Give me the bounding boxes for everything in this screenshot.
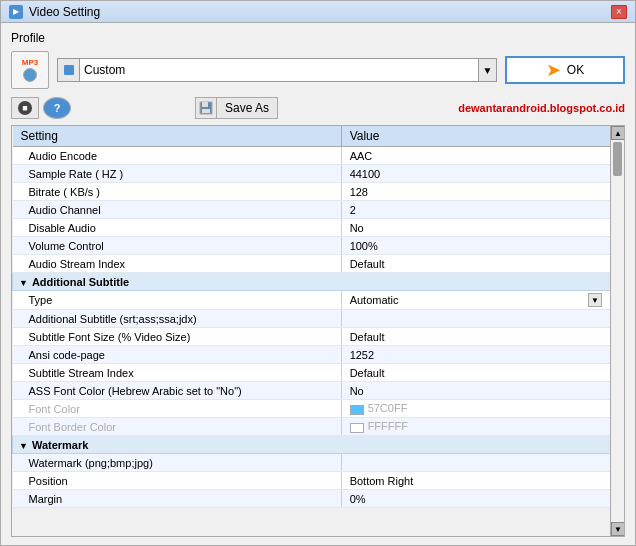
table-row: ▼Watermark	[13, 436, 611, 454]
value-cell: Default	[341, 255, 610, 273]
value-cell: 57C0FF	[341, 400, 610, 418]
table-row: Watermark (png;bmp;jpg)	[13, 454, 611, 472]
value-cell: 0%	[341, 490, 610, 508]
type-dropdown-wrapper: Automatic▼	[350, 293, 602, 307]
ok-arrow-icon: ➤	[546, 59, 561, 81]
profile-select[interactable]: Custom	[79, 58, 479, 82]
mp3-icon: MP3	[11, 51, 49, 89]
section-header-cell: ▼Watermark	[13, 436, 611, 454]
watermark-text: dewantarandroid.blogspot.co.id	[458, 102, 625, 114]
window-icon: ▶	[9, 5, 23, 19]
setting-cell: Audio Stream Index	[13, 255, 342, 273]
color-swatch	[350, 423, 364, 433]
setting-cell: Watermark (png;bmp;jpg)	[13, 454, 342, 472]
ok-button[interactable]: ➤ OK	[505, 56, 625, 84]
setting-cell: Audio Channel	[13, 201, 342, 219]
setting-cell: Audio Encode	[13, 147, 342, 165]
setting-cell: Font Color	[13, 400, 342, 418]
setting-cell: Subtitle Stream Index	[13, 364, 342, 382]
table-row: ASS Font Color (Hebrew Arabic set to "No…	[13, 382, 611, 400]
scrollbar[interactable]: ▲ ▼	[610, 126, 624, 536]
setting-cell: Position	[13, 472, 342, 490]
main-window: ▶ Video Setting × Profile MP3 Custom	[0, 0, 636, 546]
table-row: Subtitle Font Size (% Video Size)Default	[13, 328, 611, 346]
title-bar: ▶ Video Setting ×	[1, 1, 635, 23]
scroll-up-button[interactable]: ▲	[611, 126, 625, 140]
table-row: ▼Additional Subtitle	[13, 273, 611, 291]
setting-cell: Margin	[13, 490, 342, 508]
scroll-thumb[interactable]	[613, 142, 622, 176]
toolbar-left: ■ ? Save As	[11, 97, 278, 119]
save-as-wrapper: Save As	[195, 97, 278, 119]
type-dropdown-arrow-icon[interactable]: ▼	[588, 293, 602, 307]
main-content: Profile MP3 Custom ▼ ➤ OK	[1, 23, 635, 545]
value-cell: Default	[341, 328, 610, 346]
help-button[interactable]: ?	[43, 97, 71, 119]
window-title: Video Setting	[29, 5, 100, 19]
value-cell: FFFFFF	[341, 418, 610, 436]
svg-rect-2	[202, 109, 210, 113]
value-cell: 2	[341, 201, 610, 219]
title-bar-left: ▶ Video Setting	[9, 5, 100, 19]
table-row: Font Color57C0FF	[13, 400, 611, 418]
setting-cell: Sample Rate ( HZ )	[13, 165, 342, 183]
setting-cell: Ansi code-page	[13, 346, 342, 364]
dropdown-arrow-icon[interactable]: ▼	[479, 58, 497, 82]
close-button[interactable]: ×	[611, 5, 627, 19]
scroll-track	[611, 178, 624, 522]
value-cell: Automatic▼	[341, 291, 610, 310]
table-row: Font Border ColorFFFFFF	[13, 418, 611, 436]
value-cell	[341, 454, 610, 472]
collapse-triangle-icon[interactable]: ▼	[19, 441, 28, 451]
profile-row: MP3 Custom ▼ ➤ OK	[11, 51, 625, 89]
setting-cell: Subtitle Font Size (% Video Size)	[13, 328, 342, 346]
save-icon	[195, 97, 217, 119]
table-scroll-area[interactable]: Setting Value Audio EncodeAACSample Rate…	[12, 126, 610, 536]
scroll-down-button[interactable]: ▼	[611, 522, 625, 536]
type-value-text: Automatic	[350, 294, 586, 306]
table-row: Additional Subtitle (srt;ass;ssa;jdx)	[13, 310, 611, 328]
setting-cell: Additional Subtitle (srt;ass;ssa;jdx)	[13, 310, 342, 328]
info-button[interactable]: ■	[11, 97, 39, 119]
disc-icon	[23, 68, 37, 82]
table-row: Bitrate ( KB/s )128	[13, 183, 611, 201]
setting-cell: ASS Font Color (Hebrew Arabic set to "No…	[13, 382, 342, 400]
setting-cell: Bitrate ( KB/s )	[13, 183, 342, 201]
table-row: Volume Control100%	[13, 237, 611, 255]
toolbar-row: ■ ? Save As dewantarandroid.blogspot.co.…	[11, 97, 625, 119]
table-row: Sample Rate ( HZ )44100	[13, 165, 611, 183]
col-header-setting: Setting	[13, 126, 342, 147]
section-header-cell: ▼Additional Subtitle	[13, 273, 611, 291]
table-container: Setting Value Audio EncodeAACSample Rate…	[11, 125, 625, 537]
table-row: Margin0%	[13, 490, 611, 508]
value-cell: 44100	[341, 165, 610, 183]
table-row: Ansi code-page1252	[13, 346, 611, 364]
setting-cell: Type	[13, 291, 342, 310]
table-row: Audio Channel2	[13, 201, 611, 219]
collapse-triangle-icon[interactable]: ▼	[19, 278, 28, 288]
table-row: Audio Stream IndexDefault	[13, 255, 611, 273]
black-icon: ■	[18, 101, 32, 115]
value-cell: Default	[341, 364, 610, 382]
profile-dropdown-wrapper: Custom ▼	[57, 58, 497, 82]
settings-table: Setting Value Audio EncodeAACSample Rate…	[12, 126, 610, 508]
table-row: Subtitle Stream IndexDefault	[13, 364, 611, 382]
col-header-value: Value	[341, 126, 610, 147]
color-swatch	[350, 405, 364, 415]
setting-cell: Volume Control	[13, 237, 342, 255]
value-cell: No	[341, 382, 610, 400]
value-cell: 128	[341, 183, 610, 201]
setting-cell: Font Border Color	[13, 418, 342, 436]
value-cell	[341, 310, 610, 328]
table-row: PositionBottom Right	[13, 472, 611, 490]
setting-cell: Disable Audio	[13, 219, 342, 237]
value-cell: 100%	[341, 237, 610, 255]
save-as-button[interactable]: Save As	[217, 97, 278, 119]
value-cell: No	[341, 219, 610, 237]
value-cell: 1252	[341, 346, 610, 364]
value-cell: Bottom Right	[341, 472, 610, 490]
dropdown-icon	[57, 58, 79, 82]
table-row: TypeAutomatic▼	[13, 291, 611, 310]
mp3-label: MP3	[22, 58, 38, 67]
grid-icon	[64, 65, 74, 75]
